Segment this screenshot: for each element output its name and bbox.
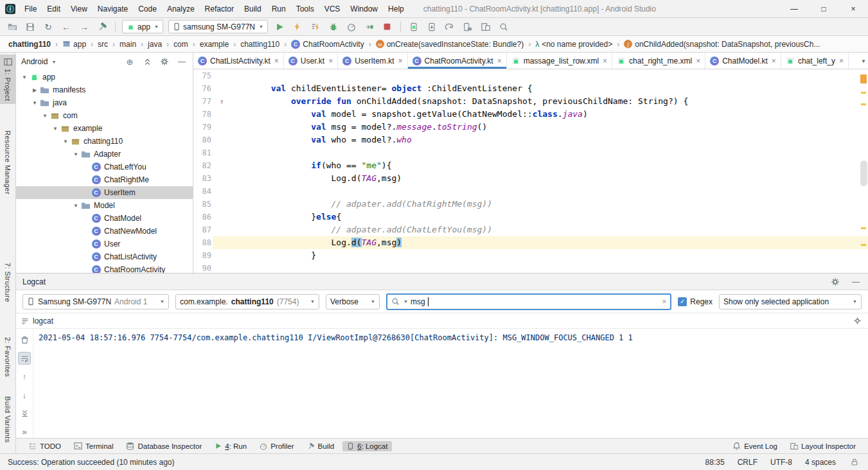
save-button[interactable] xyxy=(22,19,39,35)
clear-search-icon[interactable]: × xyxy=(662,297,666,306)
scroll-down-icon[interactable]: ↓ xyxy=(18,389,31,401)
menu-code[interactable]: Code xyxy=(133,0,162,17)
breadcrumb-item-app[interactable]: app xyxy=(60,39,88,49)
close-button[interactable]: × xyxy=(838,0,868,17)
close-tab-icon[interactable]: × xyxy=(839,57,844,65)
tree-item-example[interactable]: ▼example xyxy=(16,122,193,135)
tree-item-manifests[interactable]: ▶manifests xyxy=(16,83,193,96)
open-button[interactable] xyxy=(4,19,21,35)
tab-chatlistactivity-kt[interactable]: CChatListActivity.kt× xyxy=(193,53,284,69)
apply-changes-button[interactable] xyxy=(289,19,306,35)
breadcrumb-item-no-name-provided[interactable]: λ<no name provided> xyxy=(533,39,614,49)
more-options-icon[interactable]: » xyxy=(18,425,31,437)
caret-position[interactable]: 88:35 xyxy=(705,458,725,467)
build-hammer-button[interactable] xyxy=(94,19,111,35)
status-message[interactable]: Success: Operation succeeded (10 minutes… xyxy=(8,458,174,467)
avd-manager-button[interactable] xyxy=(405,19,422,35)
minimize-button[interactable]: — xyxy=(779,0,809,17)
tree-item-chatrightme[interactable]: CChatRightMe xyxy=(16,173,193,186)
breadcrumb-item-example[interactable]: example xyxy=(198,39,231,49)
tab-useritem-kt[interactable]: CUserItem.kt× xyxy=(338,53,407,69)
run-button[interactable] xyxy=(271,19,288,35)
tree-item-adapter[interactable]: ▼Adapter xyxy=(16,148,193,161)
menu-navigate[interactable]: Navigate xyxy=(93,0,133,17)
menu-edit[interactable]: Edit xyxy=(42,0,66,17)
tab-chat-left-y[interactable]: chat_left_y× xyxy=(781,53,849,69)
gradle-sync-button[interactable] xyxy=(441,19,458,35)
gear-icon[interactable] xyxy=(829,276,841,288)
soft-wrap-icon[interactable] xyxy=(18,352,31,365)
console-settings-icon[interactable] xyxy=(851,315,863,327)
back-button[interactable]: ← xyxy=(58,19,75,35)
breadcrumb-item-oncreate-savedinstancestate-bundle[interactable]: monCreate(savedInstanceState: Bundle?) xyxy=(374,39,526,49)
menu-window[interactable]: Window xyxy=(345,0,383,17)
breadcrumb-item-onchildadded-snapshot-datasnapshot-previousch[interactable]: fonChildAdded(snapshot: DataSnapshot, pr… xyxy=(622,39,822,49)
tree-item-chatlistactivity[interactable]: CChatListActivity xyxy=(16,250,193,263)
tree-item-com[interactable]: ▼com xyxy=(16,109,193,122)
layout-inspector-button[interactable] xyxy=(477,19,494,35)
editor-scrollbar[interactable] xyxy=(859,69,868,273)
collapse-all-icon[interactable] xyxy=(141,56,153,67)
device-file-explorer-button[interactable] xyxy=(459,19,476,35)
regex-checkbox[interactable]: ✓ Regex xyxy=(678,297,713,306)
scrollbar-thumb[interactable] xyxy=(860,161,867,186)
toolwindow-button-4-run[interactable]: 4: Run xyxy=(210,441,251,451)
code-editor[interactable]: 7576 val childEventListener= object :Chi… xyxy=(193,69,868,273)
logcat-output[interactable]: 2021-05-04 18:57:16.976 7754-7754/com.ex… xyxy=(33,329,868,438)
toolwindow-button-layout-inspector[interactable]: Layout Inspector xyxy=(786,441,860,451)
tool-stripe-button-7-structure[interactable]: 7: Structure xyxy=(0,259,16,306)
logcat-tab-label[interactable]: logcat xyxy=(33,317,53,326)
tree-item-useritem[interactable]: CUserItem xyxy=(16,186,193,199)
close-tab-icon[interactable]: × xyxy=(603,57,607,65)
stop-button[interactable] xyxy=(379,19,396,35)
menu-analyze[interactable]: Analyze xyxy=(162,0,200,17)
tool-stripe-button-2-favorites[interactable]: 2: Favorites xyxy=(0,334,16,380)
tree-item-chatnewmodel[interactable]: CChatNewModel xyxy=(16,225,193,238)
debug-button[interactable] xyxy=(325,19,342,35)
tab-user-kt[interactable]: CUser.kt× xyxy=(284,53,338,69)
maximize-button[interactable]: □ xyxy=(809,0,838,17)
forward-button[interactable]: → xyxy=(76,19,93,35)
tree-item-chatting110[interactable]: ▼chatting110 xyxy=(16,135,193,148)
tool-stripe-button-1-project[interactable]: 1: Project xyxy=(0,55,16,104)
tree-item-chatleftyou[interactable]: CChatLeftYou xyxy=(16,161,193,173)
breadcrumb-item-src[interactable]: src xyxy=(96,39,110,49)
logcat-device-selector[interactable]: Samsung SM-G977N Android 1 ▼ xyxy=(22,294,169,309)
close-tab-icon[interactable]: × xyxy=(274,57,279,65)
hidden-tabs-chevron-icon[interactable]: ▼ xyxy=(861,58,866,64)
file-encoding[interactable]: UTF-8 xyxy=(770,458,792,467)
logcat-search-field[interactable]: ▼ msg × xyxy=(386,293,671,310)
toolwindow-button-event-log[interactable]: Event Log xyxy=(728,440,782,451)
locate-icon[interactable]: ⊕ xyxy=(124,56,136,67)
hide-icon[interactable]: — xyxy=(176,56,188,67)
logcat-filter-selector[interactable]: Show only selected application ▼ xyxy=(719,294,862,309)
tree-item-model[interactable]: ▼Model xyxy=(16,199,193,212)
sdk-manager-button[interactable] xyxy=(423,19,440,35)
scroll-up-icon[interactable]: ↑ xyxy=(18,370,31,383)
menu-help[interactable]: Help xyxy=(383,0,409,17)
tab-chatroomactivity-kt[interactable]: CChatRoomActivity.kt× xyxy=(408,53,507,69)
search-everywhere-button[interactable] xyxy=(495,19,512,35)
apply-code-changes-button[interactable] xyxy=(307,19,324,35)
menu-run[interactable]: Run xyxy=(267,0,291,17)
settings-icon[interactable] xyxy=(159,56,170,67)
breadcrumb-item-chatting110[interactable]: chatting110 xyxy=(6,39,53,49)
hide-panel-icon[interactable]: — xyxy=(850,276,862,288)
close-tab-icon[interactable]: × xyxy=(497,57,502,65)
clear-logcat-icon[interactable] xyxy=(18,334,31,346)
tree-item-chatroomactivity[interactable]: CChatRoomActivity xyxy=(16,263,193,273)
close-tab-icon[interactable]: × xyxy=(696,57,700,65)
breadcrumb-item-chatroomactivity[interactable]: CChatRoomActivity xyxy=(289,39,366,49)
close-tab-icon[interactable]: × xyxy=(772,57,776,65)
breadcrumb-item-main[interactable]: main xyxy=(118,39,138,49)
menu-file[interactable]: File xyxy=(19,0,42,17)
menu-refactor[interactable]: Refactor xyxy=(200,0,239,17)
menu-build[interactable]: Build xyxy=(239,0,267,17)
attach-debugger-button[interactable] xyxy=(361,19,378,35)
tool-stripe-button-build-variants[interactable]: Build Variants xyxy=(0,393,16,446)
tree-item-java[interactable]: ▼java xyxy=(16,96,193,109)
tab-massage-list-row-xml[interactable]: massage_list_row.xml× xyxy=(507,53,612,69)
sync-button[interactable]: ↻ xyxy=(40,19,57,35)
tree-item-app[interactable]: ▼app xyxy=(16,71,193,83)
tool-stripe-button-resource-manager[interactable]: Resource Manager xyxy=(0,127,16,198)
